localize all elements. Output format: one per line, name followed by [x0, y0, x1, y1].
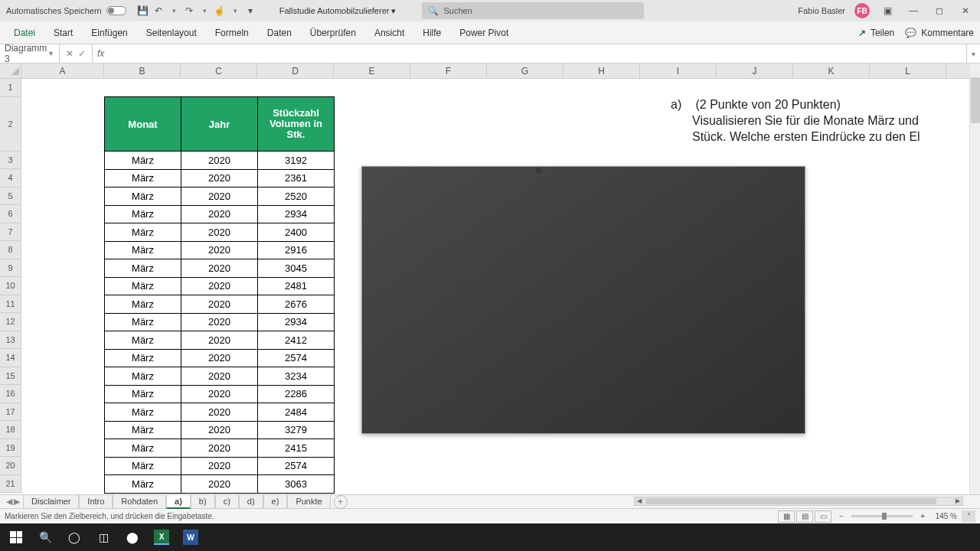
select-all-corner[interactable] — [0, 64, 21, 78]
table-cell[interactable]: März — [105, 403, 181, 422]
autosave-toggle[interactable]: Automatisches Speichern — [0, 6, 132, 15]
start-button[interactable] — [5, 526, 28, 549]
tab-ueberpruefen[interactable]: Überprüfen — [301, 21, 365, 44]
add-sheet-button[interactable]: + — [334, 495, 348, 509]
tab-start[interactable]: Start — [44, 21, 82, 44]
row-header[interactable]: 21 — [0, 475, 21, 494]
table-cell[interactable]: 2020 — [181, 223, 258, 242]
view-normal-icon[interactable]: ▦ — [778, 510, 795, 523]
table-cell[interactable]: 2020 — [181, 187, 258, 206]
table-cell[interactable]: 2574 — [258, 349, 335, 367]
ribbon-collapse-icon[interactable]: ˄ — [962, 510, 975, 523]
zoom-out-icon[interactable]: − — [839, 512, 844, 520]
table-cell[interactable]: 2484 — [258, 403, 335, 422]
row-header[interactable]: 3 — [0, 152, 21, 170]
table-cell[interactable]: 2020 — [181, 385, 258, 403]
table-cell[interactable]: 3045 — [258, 259, 335, 278]
redo-icon[interactable]: ↷ — [183, 5, 195, 17]
table-cell[interactable]: 2020 — [181, 241, 258, 259]
zoom-value[interactable]: 145 % — [926, 512, 957, 520]
hscroll-left-icon[interactable]: ◀ — [635, 497, 644, 505]
table-cell[interactable]: 2574 — [258, 457, 335, 475]
row-header[interactable]: 8 — [0, 241, 21, 259]
table-cell[interactable]: 2020 — [181, 457, 258, 475]
table-cell[interactable]: März — [105, 457, 181, 475]
table-cell[interactable]: März — [105, 349, 181, 367]
share-button[interactable]: Teilen — [871, 28, 894, 38]
excel-taskbar-icon[interactable]: X — [150, 526, 173, 549]
table-cell[interactable]: 2020 — [181, 349, 258, 367]
horizontal-scrollbar[interactable]: ◀ ▶ — [634, 497, 963, 506]
hscroll-thumb[interactable] — [645, 498, 936, 504]
row-header[interactable]: 18 — [0, 421, 21, 439]
row-header[interactable]: 13 — [0, 331, 21, 350]
table-cell[interactable]: März — [105, 223, 181, 242]
row-header[interactable]: 2 — [0, 97, 21, 152]
vertical-scrollbar[interactable] — [969, 64, 980, 494]
expand-formula-icon[interactable]: ▾ — [966, 44, 980, 63]
vertical-scroll-thumb[interactable] — [971, 77, 980, 123]
cortana-icon[interactable]: ◯ — [63, 526, 86, 549]
row-header[interactable]: 4 — [0, 169, 21, 187]
th-jahr[interactable]: Jahr — [181, 97, 258, 152]
sheet-nav-prev-icon[interactable]: ◀ — [6, 497, 12, 507]
redo-dropdown-icon[interactable] — [198, 5, 211, 17]
table-cell[interactable]: März — [105, 475, 181, 494]
row-header[interactable]: 14 — [0, 349, 21, 367]
table-cell[interactable]: 2020 — [181, 403, 258, 422]
table-cell[interactable]: 2020 — [181, 475, 258, 494]
row-header[interactable]: 7 — [0, 223, 21, 242]
tab-einfuegen[interactable]: Einfügen — [82, 21, 136, 44]
table-cell[interactable]: März — [105, 295, 181, 314]
th-monat[interactable]: Monat — [105, 97, 181, 152]
table-cell[interactable]: 2361 — [258, 169, 335, 187]
col-header[interactable]: B — [104, 64, 181, 78]
sheet-tab[interactable]: d) — [239, 495, 263, 509]
col-header[interactable]: I — [640, 64, 717, 78]
word-taskbar-icon[interactable]: W — [179, 526, 202, 549]
table-cell[interactable]: 2020 — [181, 367, 258, 386]
tab-seitenlayout[interactable]: Seitenlayout — [137, 21, 206, 44]
table-cell[interactable]: März — [105, 187, 181, 206]
sheet-nav-next-icon[interactable]: ▶ — [14, 497, 20, 507]
qat-customize-icon[interactable]: ▾ — [244, 5, 256, 17]
table-cell[interactable]: März — [105, 439, 181, 458]
cells-area[interactable]: Monat Jahr Stückzahl Volumen in Stk. Mär… — [21, 79, 969, 494]
document-title[interactable]: Fallstudie Automobilzulieferer ▾ — [261, 6, 415, 16]
table-cell[interactable]: März — [105, 421, 181, 439]
tab-formeln[interactable]: Formeln — [206, 21, 258, 44]
table-cell[interactable]: März — [105, 277, 181, 295]
zoom-in-icon[interactable]: + — [920, 512, 925, 520]
table-cell[interactable]: 2916 — [258, 241, 335, 259]
row-header[interactable]: 12 — [0, 313, 21, 331]
table-cell[interactable]: März — [105, 169, 181, 187]
qat-more-icon[interactable] — [229, 5, 241, 17]
maximize-icon[interactable]: ◻ — [931, 2, 948, 19]
col-header[interactable]: F — [410, 64, 487, 78]
tab-datei[interactable]: Datei — [5, 21, 44, 44]
touch-icon[interactable]: ☝ — [214, 5, 226, 17]
table-cell[interactable]: März — [105, 385, 181, 403]
row-header[interactable]: 20 — [0, 457, 21, 475]
table-cell[interactable]: 2020 — [181, 439, 258, 458]
col-header[interactable]: A — [21, 64, 104, 78]
sheet-tab[interactable]: a) — [166, 495, 191, 509]
tab-hilfe[interactable]: Hilfe — [413, 21, 450, 44]
search-box[interactable]: 🔍 Suchen — [422, 2, 644, 19]
table-cell[interactable]: März — [105, 205, 181, 223]
minimize-icon[interactable]: — — [905, 2, 922, 19]
col-header[interactable]: L — [870, 64, 946, 78]
toggle-icon[interactable] — [106, 6, 126, 15]
table-cell[interactable]: 2020 — [181, 152, 258, 170]
close-icon[interactable]: ✕ — [957, 2, 974, 19]
table-cell[interactable]: 2481 — [258, 277, 335, 295]
th-stueckzahl[interactable]: Stückzahl Volumen in Stk. — [258, 97, 335, 152]
cancel-formula-icon[interactable]: ✕ — [66, 48, 74, 59]
hscroll-right-icon[interactable]: ▶ — [953, 497, 962, 505]
table-cell[interactable]: 2286 — [258, 385, 335, 403]
row-header[interactable]: 10 — [0, 277, 21, 295]
chart-object[interactable] — [361, 166, 805, 434]
table-cell[interactable]: 3234 — [258, 367, 335, 386]
table-cell[interactable]: 2020 — [181, 331, 258, 350]
row-header[interactable]: 19 — [0, 439, 21, 458]
